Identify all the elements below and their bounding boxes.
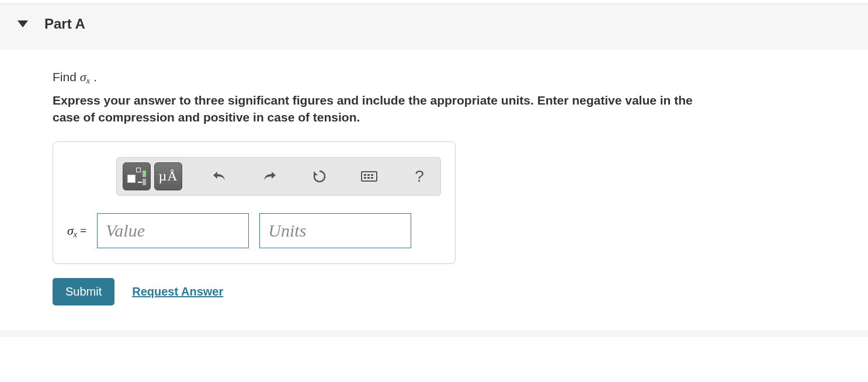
answer-symbol: σ [67, 223, 74, 238]
toolbar-group-left: µÅ [123, 162, 182, 190]
instructions: Express your answer to three significant… [53, 92, 707, 126]
prompt: Find σx . [53, 70, 806, 85]
redo-button[interactable] [256, 164, 282, 189]
reset-button[interactable] [307, 164, 332, 189]
units-input[interactable] [259, 213, 411, 248]
prompt-symbol: σ [80, 70, 86, 84]
help-button[interactable]: ? [407, 164, 432, 189]
toolbar: µÅ ? [116, 157, 441, 196]
prompt-subscript: x [86, 76, 91, 85]
help-icon: ? [415, 167, 424, 186]
submit-button[interactable]: Submit [53, 278, 114, 305]
templates-button[interactable] [123, 162, 151, 190]
undo-button[interactable] [207, 164, 232, 189]
symbols-button[interactable]: µÅ [154, 162, 182, 190]
reset-icon [312, 169, 327, 184]
part-title: Part A [44, 16, 85, 32]
symbols-icon: µÅ [158, 168, 178, 184]
redo-icon [262, 170, 277, 183]
actions-row: Submit Request Answer [53, 278, 806, 305]
inputs-row: σx = [67, 213, 441, 248]
value-input[interactable] [97, 213, 249, 248]
answer-box: µÅ ? [53, 141, 456, 264]
prompt-suffix: . [90, 70, 97, 84]
prompt-prefix: Find [53, 70, 80, 84]
answer-label: σx = [67, 223, 86, 238]
bottom-bar [0, 330, 868, 337]
templates-icon [127, 168, 146, 185]
content-area: Find σx . Express your answer to three s… [0, 53, 806, 311]
undo-icon [212, 170, 227, 183]
request-answer-link[interactable]: Request Answer [132, 285, 223, 298]
equals-sign: = [80, 224, 86, 237]
keyboard-button[interactable] [356, 164, 382, 189]
answer-subscript: x [74, 230, 77, 239]
part-header[interactable]: Part A [0, 4, 868, 50]
collapse-icon [18, 20, 28, 27]
keyboard-icon [361, 171, 377, 182]
toolbar-row: µÅ ? [67, 157, 441, 196]
